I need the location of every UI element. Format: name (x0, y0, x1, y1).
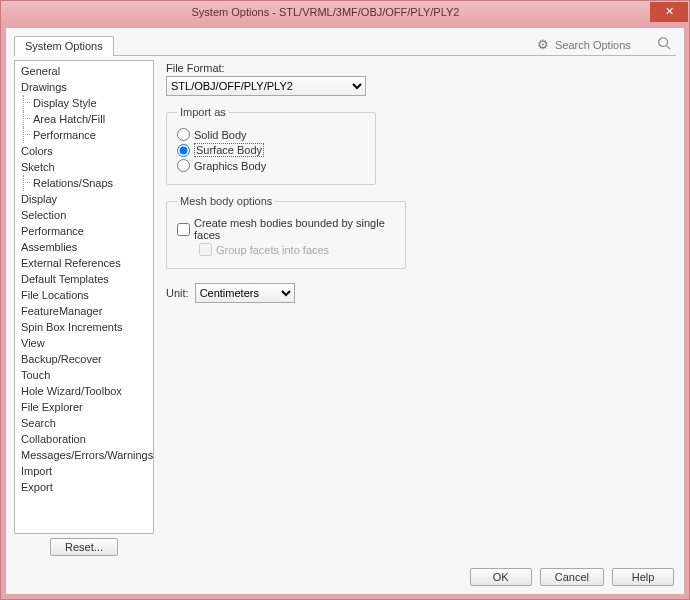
client-area: System Options ⚙ GeneralDrawingsDisplay … (5, 27, 685, 595)
radio-surface-label: Surface Body (194, 143, 264, 157)
nav-item[interactable]: Hole Wizard/Toolbox (15, 383, 153, 399)
search-icon (657, 36, 671, 53)
unit-label: Unit: (166, 287, 189, 299)
check-group-facets-label: Group facets into faces (216, 244, 329, 256)
nav-item[interactable]: Spin Box Increments (15, 319, 153, 335)
import-as-group: Import as Solid Body Surface Body Graphi… (166, 106, 376, 185)
radio-surface-input[interactable] (177, 144, 190, 157)
nav-item[interactable]: Sketch (15, 159, 153, 175)
unit-row: Unit: Centimeters (166, 283, 672, 303)
radio-graphics-input[interactable] (177, 159, 190, 172)
check-create-mesh-label: Create mesh bodies bounded by single fac… (194, 217, 395, 241)
main-area: GeneralDrawingsDisplay StyleArea Hatch/F… (6, 56, 684, 562)
nav-item[interactable]: View (15, 335, 153, 351)
reset-button[interactable]: Reset... (50, 538, 118, 556)
window-title: System Options - STL/VRML/3MF/OBJ/OFF/PL… (1, 6, 650, 18)
mesh-options-legend: Mesh body options (177, 195, 275, 207)
nav-item[interactable]: Drawings (15, 79, 153, 95)
nav-item[interactable]: Relations/Snaps (15, 175, 153, 191)
nav-item[interactable]: Display Style (15, 95, 153, 111)
radio-solid-input[interactable] (177, 128, 190, 141)
search-input[interactable] (553, 38, 653, 52)
footer: OK Cancel Help (6, 562, 684, 594)
radio-solid-body[interactable]: Solid Body (177, 128, 365, 141)
ok-button[interactable]: OK (470, 568, 532, 586)
file-format-label: File Format: (166, 62, 672, 74)
nav-item[interactable]: File Locations (15, 287, 153, 303)
nav-item[interactable]: Backup/Recover (15, 351, 153, 367)
nav-item[interactable]: External References (15, 255, 153, 271)
import-as-legend: Import as (177, 106, 229, 118)
nav-item[interactable]: Area Hatch/Fill (15, 111, 153, 127)
nav-item[interactable]: Colors (15, 143, 153, 159)
svg-point-0 (659, 38, 668, 47)
file-format-select[interactable]: STL/OBJ/OFF/PLY/PLY2 (166, 76, 366, 96)
nav-tree[interactable]: GeneralDrawingsDisplay StyleArea Hatch/F… (14, 60, 154, 534)
nav-item[interactable]: Touch (15, 367, 153, 383)
search-box[interactable]: ⚙ (506, 34, 676, 55)
unit-select[interactable]: Centimeters (195, 283, 295, 303)
radio-surface-body[interactable]: Surface Body (177, 143, 365, 157)
reset-row: Reset... (14, 538, 154, 556)
radio-graphics-body[interactable]: Graphics Body (177, 159, 365, 172)
check-group-facets-input (199, 243, 212, 256)
svg-line-1 (667, 46, 671, 50)
nav-item[interactable]: Performance (15, 127, 153, 143)
nav-item[interactable]: Import (15, 463, 153, 479)
nav-item[interactable]: Selection (15, 207, 153, 223)
options-window: System Options - STL/VRML/3MF/OBJ/OFF/PL… (0, 0, 690, 600)
check-create-mesh[interactable]: Create mesh bodies bounded by single fac… (177, 217, 395, 241)
nav-item[interactable]: Collaboration (15, 431, 153, 447)
nav-item[interactable]: Messages/Errors/Warnings (15, 447, 153, 463)
gear-icon: ⚙ (537, 37, 549, 52)
cancel-button[interactable]: Cancel (540, 568, 604, 586)
titlebar: System Options - STL/VRML/3MF/OBJ/OFF/PL… (1, 1, 689, 23)
check-group-facets: Group facets into faces (199, 243, 395, 256)
nav-item[interactable]: Assemblies (15, 239, 153, 255)
nav-item[interactable]: Search (15, 415, 153, 431)
check-create-mesh-input[interactable] (177, 223, 190, 236)
mesh-options-group: Mesh body options Create mesh bodies bou… (166, 195, 406, 269)
nav-item[interactable]: Display (15, 191, 153, 207)
nav-panel: GeneralDrawingsDisplay StyleArea Hatch/F… (14, 60, 154, 556)
tab-system-options[interactable]: System Options (14, 36, 114, 56)
radio-graphics-label: Graphics Body (194, 160, 266, 172)
nav-item[interactable]: Default Templates (15, 271, 153, 287)
close-button[interactable]: ✕ (650, 2, 688, 22)
tab-strip: System Options (14, 35, 498, 55)
nav-item[interactable]: FeatureManager (15, 303, 153, 319)
nav-item[interactable]: Performance (15, 223, 153, 239)
top-row: System Options ⚙ (6, 28, 684, 55)
content-panel: File Format: STL/OBJ/OFF/PLY/PLY2 Import… (162, 60, 676, 556)
radio-solid-label: Solid Body (194, 129, 247, 141)
help-button[interactable]: Help (612, 568, 674, 586)
nav-item[interactable]: File Explorer (15, 399, 153, 415)
nav-item[interactable]: General (15, 63, 153, 79)
nav-item[interactable]: Export (15, 479, 153, 495)
